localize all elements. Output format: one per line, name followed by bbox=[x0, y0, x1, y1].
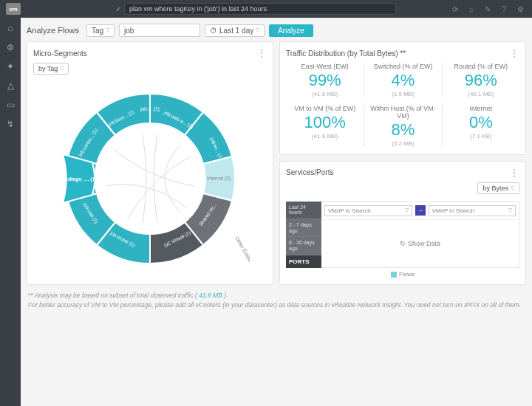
traffic-distribution-panel: Traffic Distribution (by Total Bytes) **… bbox=[279, 41, 526, 155]
by-bytes-dropdown[interactable]: by Bytes▽ bbox=[477, 182, 519, 194]
time-tabs: Last 24 hours 2 - 7 days ago 8 - 30 days… bbox=[286, 202, 321, 268]
main: Analyze Flows Tag▽ ⏱Last 1 day▽ Analyze … bbox=[21, 18, 532, 406]
flows-legend: Flows bbox=[286, 271, 519, 278]
metric-routed: Routed (% of EW)96%(40.1 MB) bbox=[442, 63, 519, 97]
micro-segments-title: Micro-Segments bbox=[33, 49, 87, 58]
alert-icon[interactable]: △ bbox=[4, 80, 16, 92]
traffic-title: Traffic Distribution (by Total Bytes) ** bbox=[286, 49, 406, 58]
kebab-icon[interactable]: ⋮ bbox=[510, 48, 519, 58]
time-range[interactable]: ⏱Last 1 day▽ bbox=[205, 24, 265, 37]
ports-label: PORTS bbox=[286, 255, 321, 268]
check-icon: ✓ bbox=[115, 5, 121, 13]
arrow-icon: → bbox=[415, 205, 426, 216]
settings-icon[interactable]: ⚙ bbox=[514, 3, 526, 15]
metric-ew: East-West (EW)99%(41.6 MB) bbox=[286, 63, 364, 97]
footnote: ** Analysis may be based on subset of to… bbox=[27, 285, 526, 310]
tab-24h[interactable]: Last 24 hours bbox=[286, 202, 321, 219]
dst-vm-select[interactable]: VM/IP in Search▽ bbox=[429, 205, 516, 216]
filter-value[interactable] bbox=[119, 24, 200, 37]
history-icon[interactable]: ⟳ bbox=[449, 3, 461, 15]
path-icon[interactable]: ↯ bbox=[4, 118, 16, 130]
sidebar: ⌂ ⊚ ✦ △ ▭ ↯ bbox=[0, 18, 21, 406]
home-icon[interactable]: ⌂ bbox=[4, 22, 16, 34]
globe-icon[interactable]: ⊚ bbox=[4, 41, 16, 53]
kebab-icon[interactable]: ⋮ bbox=[510, 168, 519, 178]
analyze-button[interactable]: Analyze bbox=[269, 24, 313, 37]
analyze-toolbar: Analyze Flows Tag▽ ⏱Last 1 day▽ Analyze bbox=[27, 24, 526, 37]
bulb-icon[interactable]: ✦ bbox=[4, 61, 16, 72]
svg-text:Other Entities: Other Entities bbox=[234, 235, 250, 266]
metric-internet: Internet0%(7.1 KB) bbox=[442, 105, 519, 147]
metric-host: Within Host (% of VM-VM)8%(3.2 MB) bbox=[364, 105, 441, 147]
svg-text:job:diego_... (1): job:diego_... (1) bbox=[58, 176, 97, 182]
micro-segments-panel: Micro-Segments ⋮ by Tag▽ bbox=[27, 41, 273, 285]
metrics-grid: East-West (EW)99%(41.6 MB) Switched (% o… bbox=[286, 63, 519, 147]
page-title: Analyze Flows bbox=[27, 26, 79, 35]
micro-segments-chart[interactable]: job:diego_... (1) job:web-a... bbox=[33, 79, 267, 278]
help-icon[interactable]: ? bbox=[498, 3, 510, 15]
svg-text:job:... (1): job:... (1) bbox=[140, 106, 160, 112]
metric-vmvm: VM to VM (% of EW)100%(41.6 MB) bbox=[286, 105, 364, 147]
show-data-button[interactable]: ↻Show Data bbox=[321, 220, 519, 267]
metric-switched: Switched (% of EW)4%(1.5 MB) bbox=[364, 63, 441, 97]
kebab-icon[interactable]: ⋮ bbox=[257, 48, 267, 58]
monitor-icon[interactable]: ▭ bbox=[4, 99, 16, 111]
global-search: ✓ bbox=[115, 3, 396, 15]
vmware-logo: vm bbox=[6, 3, 21, 15]
services-ports-panel: Services/Ports ⋮ by Bytes▽ Last 24 hours… bbox=[279, 161, 526, 285]
svg-text:Internet (3): Internet (3) bbox=[207, 176, 231, 182]
src-vm-select[interactable]: VM/IP in Search▽ bbox=[324, 205, 412, 216]
pin-icon[interactable]: ✎ bbox=[482, 3, 494, 15]
search-input[interactable] bbox=[124, 3, 396, 15]
filter-type[interactable]: Tag▽ bbox=[86, 24, 115, 37]
tab-7d[interactable]: 2 - 7 days ago bbox=[286, 219, 321, 237]
services-title: Services/Ports bbox=[286, 168, 333, 176]
topbar: vm ✓ ⟳ ⌕ ✎ ? ⚙ bbox=[0, 0, 532, 18]
tab-30d[interactable]: 8 - 30 days ago bbox=[286, 237, 321, 255]
by-tag-dropdown[interactable]: by Tag▽ bbox=[33, 63, 69, 75]
search-icon[interactable]: ⌕ bbox=[466, 3, 477, 15]
